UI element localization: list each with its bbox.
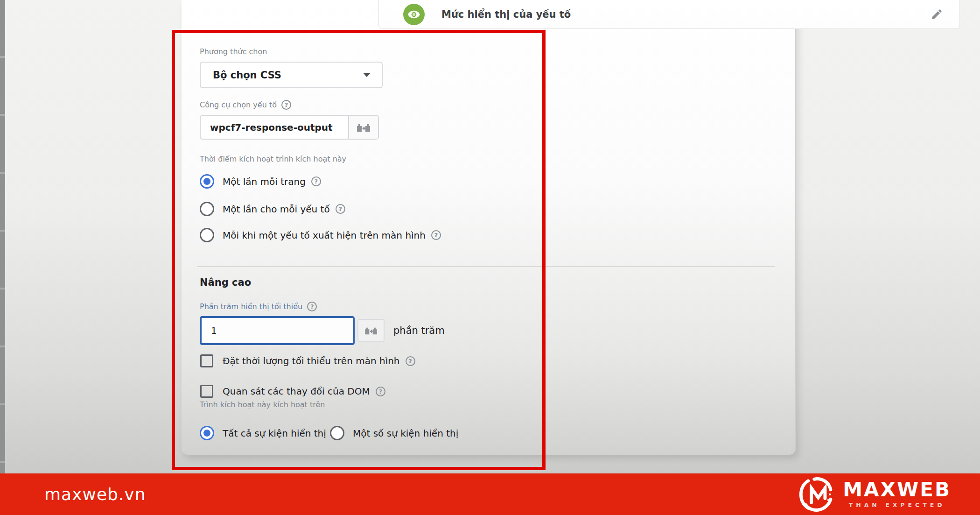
- variable-brick-icon: [357, 122, 371, 133]
- help-icon[interactable]: ?: [307, 302, 317, 311]
- radio-once-per-element[interactable]: [200, 202, 214, 216]
- option-label: Quan sát các thay đổi của DOM: [223, 386, 370, 397]
- help-icon[interactable]: ?: [406, 356, 415, 366]
- fire-timing-label: Thời điểm kích hoạt trình kích hoạt này: [200, 155, 346, 163]
- maxweb-logo-icon: [796, 474, 836, 515]
- chevron-down-icon: [363, 73, 371, 77]
- option-label: Một số sự kiện hiển thị: [353, 428, 458, 439]
- pencil-icon[interactable]: [930, 7, 944, 21]
- variable-picker-button[interactable]: [348, 116, 378, 139]
- element-selector-combo: [200, 115, 379, 140]
- trigger-type-card: Mức hiển thị của yếu tố: [378, 0, 960, 29]
- fire-timing-option-1: Một lần mỗi trang ?: [200, 174, 321, 189]
- selection-method-dropdown[interactable]: Bộ chọn CSS: [200, 62, 383, 88]
- variable-brick-icon: [364, 326, 378, 335]
- radio-every-appearance[interactable]: [200, 228, 214, 242]
- help-icon[interactable]: ?: [376, 387, 385, 396]
- element-selector-input[interactable]: [201, 116, 348, 139]
- screenshot-stage: Mức hiển thị của yếu tố Phương thức chọn…: [0, 0, 980, 515]
- footer-brand: MAXWEB: [843, 480, 951, 500]
- min-percent-label: Phần trăm hiển thị tối thiểu ?: [200, 302, 317, 311]
- selection-method-label: Phương thức chọn: [200, 47, 267, 56]
- trigger-type-title: Mức hiển thị của yếu tố: [441, 9, 571, 20]
- radio-some-visibility-events[interactable]: [330, 426, 344, 440]
- help-icon[interactable]: ?: [281, 100, 291, 110]
- option-label: Đặt thời lượng tối thiểu trên màn hình: [223, 355, 400, 367]
- eye-icon: [403, 4, 425, 25]
- advanced-heading: Nâng cao: [200, 277, 251, 288]
- min-duration-row: Đặt thời lượng tối thiểu trên màn hình ?: [200, 354, 415, 367]
- variable-picker-button[interactable]: [357, 319, 385, 342]
- maxweb-logo: MAXWEB THAN EXPECTED: [796, 474, 951, 515]
- video-frame-edge: [0, 0, 5, 473]
- help-icon[interactable]: ?: [431, 230, 441, 240]
- min-percent-input[interactable]: [200, 316, 355, 345]
- footer-tagline: THAN EXPECTED: [849, 501, 945, 508]
- fires-on-option-1: Tất cả sự kiện hiển thị: [200, 426, 326, 440]
- observe-dom-row: Quan sát các thay đổi của DOM ?: [200, 385, 385, 398]
- footer-bar: maxweb.vn MAXWEB THAN EXPECTED: [0, 473, 980, 515]
- fires-on-option-2: Một số sự kiện hiển thị: [330, 426, 458, 440]
- help-icon[interactable]: ?: [311, 176, 321, 186]
- trigger-config-dialog: Mức hiển thị của yếu tố Phương thức chọn…: [182, 0, 796, 455]
- fires-on-label: Trình kích hoạt này kích hoạt trên: [200, 400, 325, 409]
- radio-once-per-page[interactable]: [200, 174, 214, 189]
- fire-timing-option-2: Một lần cho mỗi yếu tố ?: [200, 202, 345, 216]
- checkbox-observe-dom[interactable]: [200, 385, 213, 398]
- option-label: Tất cả sự kiện hiển thị: [223, 428, 326, 439]
- checkbox-min-duration[interactable]: [200, 354, 213, 367]
- option-label: Một lần mỗi trang: [223, 176, 306, 187]
- help-icon[interactable]: ?: [336, 204, 345, 214]
- option-label: Một lần cho mỗi yếu tố: [223, 204, 330, 215]
- percent-unit-label: phần trăm: [393, 325, 445, 336]
- option-label: Mỗi khi một yếu tố xuất hiện trên màn hì…: [223, 230, 426, 241]
- radio-all-visibility-events[interactable]: [200, 426, 214, 440]
- footer-site-url: maxweb.vn: [44, 485, 146, 504]
- fire-timing-option-3: Mỗi khi một yếu tố xuất hiện trên màn hì…: [200, 228, 441, 242]
- selection-method-value: Bộ chọn CSS: [213, 70, 281, 81]
- element-selector-label: Công cụ chọn yếu tố ?: [200, 100, 291, 110]
- section-divider: [197, 266, 775, 267]
